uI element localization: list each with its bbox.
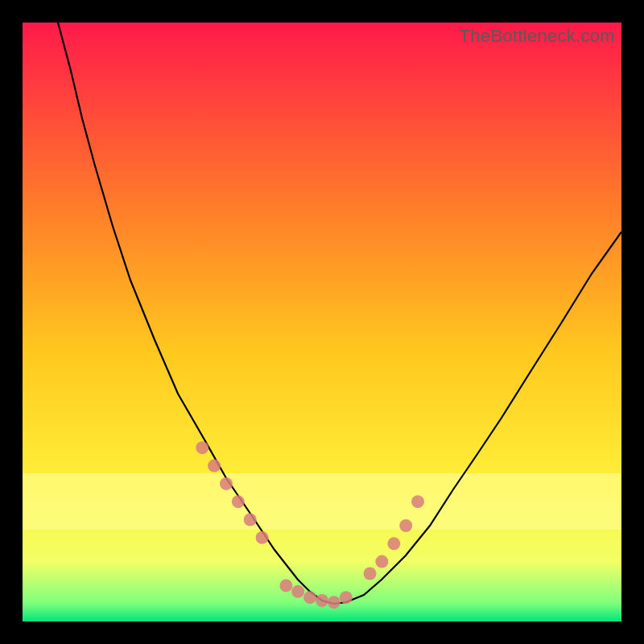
data-marker	[328, 596, 341, 609]
data-marker	[375, 555, 388, 568]
data-marker	[411, 495, 424, 508]
data-marker	[220, 477, 233, 490]
highlight-band	[23, 473, 621, 530]
data-marker	[316, 594, 328, 607]
data-marker	[256, 531, 269, 544]
data-marker	[303, 591, 316, 604]
data-marker	[279, 579, 292, 592]
data-marker	[208, 460, 221, 473]
chart-frame: TheBottleneck.com	[0, 0, 644, 644]
data-marker	[244, 514, 257, 526]
chart-svg	[23, 23, 621, 621]
data-marker	[232, 495, 245, 508]
data-marker	[399, 519, 412, 532]
data-marker	[364, 568, 377, 580]
gradient-background	[23, 23, 621, 621]
chart-plot-area: TheBottleneck.com	[23, 23, 621, 621]
data-marker	[340, 591, 353, 604]
data-marker	[196, 441, 208, 454]
data-marker	[387, 537, 400, 550]
data-marker	[291, 585, 304, 598]
